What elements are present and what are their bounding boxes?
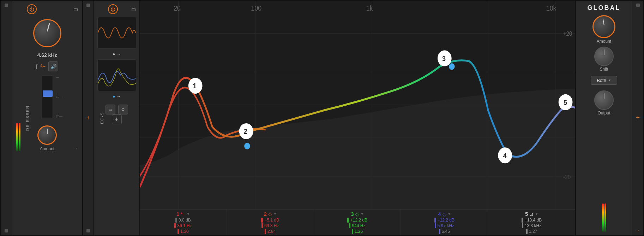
middle-add-button[interactable]: + xyxy=(86,114,90,122)
band-2-freq-bar xyxy=(261,223,263,228)
middle-strip-top xyxy=(86,4,90,7)
band-5-chevron[interactable]: ▼ xyxy=(535,212,538,216)
eq-controls-row: 1 ⁴⌐ ▼ 0.0 dB 36.1 Hz 1.30 xyxy=(140,209,575,235)
deesser-freq-display: 4.62 kHz xyxy=(37,52,57,58)
deesser-power-button[interactable] xyxy=(27,4,37,14)
deesser-fader-container: — 10— 20— xyxy=(42,76,53,118)
band-4-freq-row: 5.97 kHz xyxy=(435,223,454,228)
deesser-fader-handle[interactable] xyxy=(43,90,53,97)
svg-point-25 xyxy=(449,63,455,70)
scale-label-20: 20— xyxy=(56,114,62,118)
svg-text:20: 20 xyxy=(174,4,181,12)
deesser-fader-area: — 10— 20— xyxy=(42,76,53,118)
band-5-db-row: +10.4 dB xyxy=(522,218,542,223)
deesser-freq-knob[interactable] xyxy=(33,19,61,47)
global-shift-label: Shift xyxy=(600,67,608,72)
scale-label-dash: — xyxy=(56,76,62,79)
band-4-chevron[interactable]: ▼ xyxy=(448,212,451,216)
middle-strip-bot xyxy=(86,229,90,232)
band-2-db-value: −5.1 dB xyxy=(264,218,279,223)
vu-bar-left xyxy=(16,123,18,151)
deesser-amount-knob[interactable] xyxy=(37,125,57,145)
global-output-knob[interactable] xyxy=(594,90,614,110)
deesser-goto-icon[interactable]: → xyxy=(74,146,78,151)
eq-band-2-col: 2 ◇ ▼ −5.1 dB 69.3 Hz 2.84 xyxy=(227,210,314,235)
svg-text:3: 3 xyxy=(442,55,446,63)
eq5-upper-arrow[interactable]: ● → xyxy=(111,50,122,58)
band-5-q-row: 1.27 xyxy=(526,229,537,234)
band-4-freq-bar xyxy=(435,223,436,228)
band-2-filter-icon: ◇ xyxy=(268,211,272,217)
svg-text:10k: 10k xyxy=(546,4,556,12)
eq5-power-button[interactable] xyxy=(108,4,118,14)
eq-graph[interactable]: 20 100 1k 10k +20 -10 -20 xyxy=(140,1,575,209)
eq5-icons: ▭ ⚙ xyxy=(106,105,128,114)
circle-dot-2: ● xyxy=(113,94,115,99)
band-4-db-bar xyxy=(434,218,436,223)
deesser-header: 🗀 xyxy=(15,4,79,14)
global-panel: GLOBAL Amount Shift Both Output xyxy=(576,1,632,235)
band-5-q-bar xyxy=(526,229,528,234)
vu-bar-right xyxy=(19,123,20,151)
band-1-number: 1 xyxy=(176,211,179,217)
right-add-button[interactable]: + xyxy=(636,114,640,122)
global-vu-meter xyxy=(602,203,606,232)
deesser-bottom-row: Amount → xyxy=(15,123,79,151)
svg-text:100: 100 xyxy=(251,4,261,12)
band-3-filter-icon: ◇ xyxy=(355,211,359,217)
band-3-header: 3 ◇ ▼ xyxy=(351,211,363,217)
global-shift-knob[interactable] xyxy=(594,47,614,66)
right-strip: + → xyxy=(632,1,643,235)
band-4-q-row: 6.45 xyxy=(439,229,450,234)
eq5-waveform-upper[interactable] xyxy=(97,17,136,49)
deesser-fader-scale: — 10— 20— xyxy=(56,76,62,118)
band-3-db-value: +12.2 dB xyxy=(350,218,367,223)
eq5-lower-arrow[interactable]: ● → xyxy=(111,93,122,100)
right-orange-arrow: → xyxy=(636,229,640,232)
svg-text:4: 4 xyxy=(503,152,507,160)
band-4-header: 4 ◇ ▼ xyxy=(438,211,451,217)
band-4-q-bar xyxy=(439,229,440,234)
band-5-filter-icon: ⊿ xyxy=(529,211,534,217)
global-both-button[interactable]: Both xyxy=(591,76,617,85)
band-3-number: 3 xyxy=(351,211,354,217)
eq5-label: EQ-5 xyxy=(100,112,104,124)
svg-text:1: 1 xyxy=(193,82,197,90)
band-2-db-row: −5.1 dB xyxy=(261,218,279,223)
svg-text:5: 5 xyxy=(564,99,567,106)
band-1-header: 1 ⁴⌐ ▼ xyxy=(176,211,190,217)
eq5-add-button[interactable]: + xyxy=(112,114,122,124)
global-title: GLOBAL xyxy=(588,4,621,12)
eq-band-4-col: 4 ◇ ▼ −12.2 dB 5.97 kHz 6.45 xyxy=(401,210,488,235)
band-5-q-value: 1.27 xyxy=(529,229,537,234)
left-strip-top-dot xyxy=(5,4,8,7)
global-output-label: Output xyxy=(597,111,610,116)
band-1-chevron[interactable]: ▼ xyxy=(187,212,190,216)
band-1-q-bar xyxy=(177,229,179,234)
deesser-fader[interactable] xyxy=(42,76,53,118)
global-vu-right xyxy=(604,203,606,232)
band-2-freq-row: 69.3 Hz xyxy=(261,223,279,228)
deesser-speaker-button[interactable]: 🔊 xyxy=(48,61,58,71)
band-5-db-bar xyxy=(522,218,523,223)
band-3-db-row: +12.2 dB xyxy=(347,218,367,223)
deesser-folder-icon[interactable]: 🗀 xyxy=(73,6,78,12)
eq5-folder-icon[interactable]: 🗀 xyxy=(131,6,136,12)
band-5-freq-bar xyxy=(522,223,523,228)
band-3-freq-row: 944 Hz xyxy=(349,223,365,228)
band-2-db-bar xyxy=(261,218,263,223)
band-1-freq-bar xyxy=(174,223,176,228)
global-amount-knob[interactable] xyxy=(592,15,615,38)
eq5-icon-settings[interactable]: ⚙ xyxy=(118,105,128,114)
circle-dot: ● xyxy=(113,52,115,57)
band-4-db-value: −12.2 dB xyxy=(438,218,455,223)
scale-label-10: 10— xyxy=(56,95,62,99)
band-2-chevron[interactable]: ▼ xyxy=(273,212,277,216)
eq5-icon-rect[interactable]: ▭ xyxy=(106,105,115,114)
eq-graph-svg: 20 100 1k 10k +20 -10 -20 xyxy=(140,1,575,209)
band-1-db-value: 0.0 dB xyxy=(179,218,191,223)
eq5-waveform-lower[interactable] xyxy=(97,59,136,91)
both-label: Both xyxy=(597,78,606,83)
band-4-filter-icon: ◇ xyxy=(443,211,446,217)
band-3-chevron[interactable]: ▼ xyxy=(361,212,364,216)
